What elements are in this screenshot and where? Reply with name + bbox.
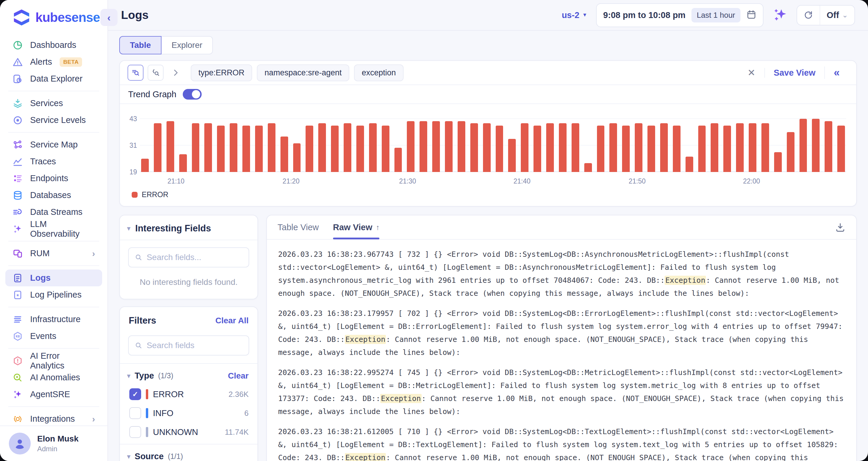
error-bar[interactable] xyxy=(280,137,288,172)
error-bar[interactable] xyxy=(407,121,414,172)
error-bar[interactable] xyxy=(571,123,579,172)
error-bar[interactable] xyxy=(787,132,795,172)
filter-option-unknown[interactable]: UNKNOWN11.74K xyxy=(127,423,249,441)
view-tab-table[interactable]: Table xyxy=(119,36,161,54)
error-bar[interactable] xyxy=(496,125,503,172)
user-card[interactable]: Elon Musk Admin xyxy=(0,426,107,461)
filter-option-error[interactable]: ✓ERROR2.36K xyxy=(127,385,249,404)
collapse-triangle-icon[interactable]: ▾ xyxy=(127,224,130,233)
checkbox[interactable] xyxy=(129,426,141,438)
error-bar[interactable] xyxy=(521,123,528,172)
log-entry[interactable]: 2026.03.23 16:38:22.995274 [ 745 ] {} <E… xyxy=(278,366,845,418)
error-bar[interactable] xyxy=(382,125,390,172)
save-view-button[interactable]: Save View xyxy=(764,68,824,78)
collapse-triangle-icon[interactable]: ▾ xyxy=(127,453,130,461)
time-range-picker[interactable]: 9:08 pm to 10:08 pm Last 1 hour xyxy=(596,3,764,27)
error-bar[interactable] xyxy=(306,125,313,172)
error-bar[interactable] xyxy=(584,163,592,172)
sidebar-item-events[interactable]: K8Events xyxy=(5,328,102,345)
auto-refresh-select[interactable]: Off ⌄ xyxy=(819,6,855,25)
sidebar-item-integrations[interactable]: Integrations› xyxy=(5,410,102,426)
error-bar[interactable] xyxy=(711,123,718,172)
error-bar[interactable] xyxy=(774,152,782,172)
log-tab-table-view[interactable]: Table View xyxy=(278,215,319,239)
error-bar[interactable] xyxy=(686,156,693,172)
error-bar[interactable] xyxy=(597,125,604,172)
error-bar[interactable] xyxy=(673,125,681,172)
sidebar-item-logs[interactable]: Logs xyxy=(5,269,102,286)
error-bar[interactable] xyxy=(432,121,440,172)
error-bar[interactable] xyxy=(660,123,668,172)
sidebar-item-llm-observability[interactable]: LLM Observability xyxy=(5,221,102,237)
error-bar[interactable] xyxy=(559,123,566,172)
sidebar-item-ai-anomalies[interactable]: AI Anomalies xyxy=(5,369,102,386)
clear-query-button[interactable]: ✕ xyxy=(739,67,764,78)
error-bar[interactable] xyxy=(369,123,377,172)
error-bar[interactable] xyxy=(723,125,731,172)
error-bar[interactable] xyxy=(470,123,478,172)
error-bar[interactable] xyxy=(242,125,250,172)
list-search-mode-button[interactable] xyxy=(128,65,144,81)
error-bar[interactable] xyxy=(812,119,819,172)
code-search-mode-button[interactable] xyxy=(148,65,163,81)
sidebar-item-alerts[interactable]: AlertsBETA xyxy=(5,54,102,70)
sidebar-item-data-streams[interactable]: Data Streams xyxy=(5,204,102,221)
refresh-button[interactable] xyxy=(797,6,819,25)
error-bar[interactable] xyxy=(154,123,161,172)
sidebar-item-endpoints[interactable]: Endpoints xyxy=(5,170,102,187)
sidebar-item-ai-error-analytics[interactable]: AI Error Analytics xyxy=(5,352,102,369)
error-bar[interactable] xyxy=(166,121,174,172)
error-bar[interactable] xyxy=(533,125,541,172)
error-bar[interactable] xyxy=(293,143,301,172)
error-bar[interactable] xyxy=(179,154,187,172)
error-bar[interactable] xyxy=(192,123,199,172)
sidebar-item-dashboards[interactable]: Dashboards xyxy=(5,37,102,54)
error-bar[interactable] xyxy=(255,125,263,172)
error-bar[interactable] xyxy=(825,121,832,172)
error-bar[interactable] xyxy=(609,123,617,172)
error-bar[interactable] xyxy=(635,123,643,172)
error-bar[interactable] xyxy=(749,123,756,172)
error-bar[interactable] xyxy=(445,121,453,172)
error-bar[interactable] xyxy=(762,123,769,172)
error-bar[interactable] xyxy=(141,159,149,172)
sidebar-item-data-explorer[interactable]: Data Explorer xyxy=(5,70,102,87)
sidebar-collapse-button[interactable]: ‹ xyxy=(100,9,118,26)
interesting-fields-search-input[interactable] xyxy=(147,253,243,262)
error-bar[interactable] xyxy=(800,119,807,172)
view-tab-explorer[interactable]: Explorer xyxy=(161,36,213,54)
ai-sparkles-button[interactable] xyxy=(772,7,788,23)
error-bar[interactable] xyxy=(204,123,212,172)
log-entry[interactable]: 2026.03.23 16:38:23.179957 [ 702 ] {} <E… xyxy=(278,307,845,359)
region-selector[interactable]: us-2 ▼ xyxy=(562,10,587,20)
filter-option-info[interactable]: INFO6 xyxy=(127,404,249,423)
error-bar[interactable] xyxy=(698,125,706,172)
error-bar[interactable] xyxy=(483,123,491,172)
log-entry[interactable]: 2026.03.23 16:38:21.612005 [ 710 ] {} <E… xyxy=(278,425,845,461)
error-bar[interactable] xyxy=(230,123,237,172)
error-bar[interactable] xyxy=(318,123,326,172)
error-bar[interactable] xyxy=(647,125,655,172)
sidebar-item-traces[interactable]: Traces xyxy=(5,153,102,170)
sidebar-item-service-levels[interactable]: Service Levels xyxy=(5,112,102,128)
collapse-panel-button[interactable]: « xyxy=(824,66,848,79)
sidebar-item-service-map[interactable]: Service Map xyxy=(5,136,102,153)
error-bar[interactable] xyxy=(736,123,744,172)
clear-all-button[interactable]: Clear All xyxy=(215,316,249,325)
checkbox[interactable]: ✓ xyxy=(129,388,141,400)
collapse-triangle-icon[interactable]: ▾ xyxy=(127,372,130,380)
log-entry[interactable]: 2026.03.23 16:38:23.967743 [ 732 ] {} <E… xyxy=(278,248,845,300)
checkbox[interactable] xyxy=(129,407,141,419)
sidebar-item-infrastructure[interactable]: Infrastructure xyxy=(5,311,102,328)
error-bar[interactable] xyxy=(217,125,225,172)
error-bar[interactable] xyxy=(395,148,402,172)
error-bar[interactable] xyxy=(837,125,845,172)
sidebar-item-rum[interactable]: RUM› xyxy=(5,245,102,262)
error-bar[interactable] xyxy=(508,139,516,172)
filters-search-input[interactable] xyxy=(147,341,243,350)
error-bar[interactable] xyxy=(458,121,465,172)
sidebar-item-log-pipelines[interactable]: Log Pipelines xyxy=(5,286,102,303)
query-chip-namespace-sre-agent[interactable]: namespace:sre-agent xyxy=(257,64,349,81)
query-chip-exception[interactable]: exception xyxy=(354,64,404,81)
error-bar[interactable] xyxy=(546,123,554,172)
